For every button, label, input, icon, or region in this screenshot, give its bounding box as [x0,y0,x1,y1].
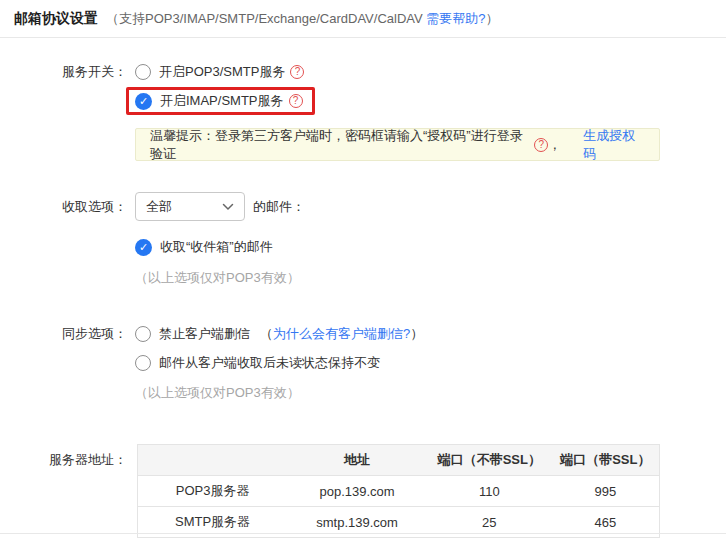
radio-option-label[interactable]: 开启POP3/SMTP服务 [159,63,285,81]
checkbox-checked-icon[interactable]: ✓ [135,239,152,256]
page-header: 邮箱协议设置 （支持POP3/IMAP/SMTP/Exchange/CardDA… [0,0,726,38]
checkbox-inbox-mail[interactable]: ✓ 收取“收件箱”的邮件 [135,236,726,258]
settings-form: 服务开关： 开启POP3/SMTP服务 ? ✓ 开启IMAP/SMTP服务 ? … [0,61,726,538]
tip-text: 温馨提示：登录第三方客户端时，密码框请输入“授权码”进行登录验证 [150,127,529,163]
page-title: 邮箱协议设置 [14,10,98,28]
fetch-options-label: 收取选项： [0,192,127,221]
header-address: 地址 [287,445,427,476]
radio-option-imap-smtp[interactable]: ✓ 开启IMAP/SMTP服务 ? [135,92,303,110]
radio-keep-unread-state[interactable]: 邮件从客户端收取后未读状态保持不变 [135,352,423,374]
radio-forbid-client-delete[interactable]: 禁止客户端删信 （ 为什么会有客户端删信? ） [135,323,423,345]
server-address-table: 地址 端口（不带SSL） 端口（带SSL） POP3服务器 pop.139.co… [137,444,660,538]
service-switch-options: 开启POP3/SMTP服务 ? ✓ 开启IMAP/SMTP服务 ? [135,61,315,115]
highlight-red-box: ✓ 开启IMAP/SMTP服务 ? [126,87,315,115]
server-address: pop.139.com [287,476,427,507]
radio-unchecked-icon[interactable] [135,355,151,371]
tip-comma: ， [548,136,561,154]
page-subtitle: （支持POP3/IMAP/SMTP/Exchange/CardDAV/CalDA… [106,10,499,28]
auth-code-tip: 温馨提示：登录第三方客户端时，密码框请输入“授权码”进行登录验证 ? ， 生成授… [135,128,660,161]
table-header-row: 地址 端口（不带SSL） 端口（带SSL） [138,445,660,476]
radio-option-pop3-smtp[interactable]: 开启POP3/SMTP服务 ? [135,61,315,83]
radio-option-label[interactable]: 开启IMAP/SMTP服务 [160,92,284,110]
radio-option-label[interactable]: 邮件从客户端收取后未读状态保持不变 [159,354,380,372]
radio-option-label[interactable]: 禁止客户端删信 [159,325,250,343]
header-empty [138,445,288,476]
service-switch-section: 服务开关： 开启POP3/SMTP服务 ? ✓ 开启IMAP/SMTP服务 ? [0,61,726,115]
pop3-only-note: （以上选项仅对POP3有效） [135,267,726,289]
sync-options-label: 同步选项： [0,323,127,345]
why-client-delete-link[interactable]: 为什么会有客户端删信? [273,325,410,343]
header-port-ssl: 端口（带SSL） [552,445,660,476]
scope-select[interactable]: 全部 [135,192,245,221]
server-name: POP3服务器 [138,476,288,507]
paren-close: ） [410,325,423,343]
table-row: POP3服务器 pop.139.com 110 995 [138,476,660,507]
chevron-down-icon [222,199,234,214]
sync-options-section: 同步选项： 禁止客户端删信 （ 为什么会有客户端删信? ） 邮件从客户端收取后未… [0,323,726,374]
server-port-no-ssl: 110 [427,476,552,507]
subtitle-prefix: （支持POP3/IMAP/SMTP/Exchange/CardDAV/CalDA… [106,11,426,26]
server-address-label: 服务器地址： [0,444,127,475]
scope-select-value: 全部 [146,198,172,216]
question-mark-icon[interactable]: ? [534,138,548,152]
server-port-ssl: 995 [552,476,660,507]
server-address-section: 服务器地址： 地址 端口（不带SSL） 端口（带SSL） POP3服务器 pop… [0,444,726,538]
checkbox-label[interactable]: 收取“收件箱”的邮件 [160,238,273,256]
pop3-only-note: （以上选项仅对POP3有效） [135,382,726,404]
after-select-text: 的邮件： [253,192,305,221]
question-mark-icon[interactable]: ? [289,94,303,108]
radio-unchecked-icon[interactable] [135,326,151,342]
subtitle-suffix: ） [486,11,499,26]
fetch-options-section: 收取选项： 全部 的邮件： [0,192,726,221]
paren-open: （ [260,325,273,343]
help-link[interactable]: 需要帮助? [426,11,485,26]
question-mark-icon[interactable]: ? [290,65,304,79]
bottom-divider [0,533,726,534]
header-port-no-ssl: 端口（不带SSL） [427,445,552,476]
radio-unchecked-icon[interactable] [135,64,151,80]
service-switch-label: 服务开关： [0,61,127,83]
radio-checked-icon[interactable]: ✓ [135,93,152,110]
generate-auth-code-link[interactable]: 生成授权码 [583,127,645,163]
